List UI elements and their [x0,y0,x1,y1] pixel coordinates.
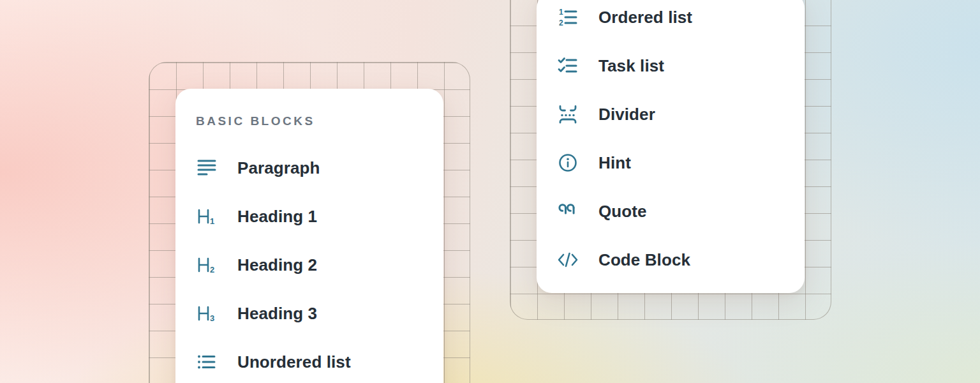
menu-item-heading-2[interactable]: 2 Heading 2 [175,241,443,289]
divider-icon [556,103,579,126]
hint-icon [556,151,579,174]
ordered-list-icon: 12 [556,6,579,29]
quote-icon [556,200,579,223]
blocks-menu-card-continued: 12 Ordered list Task list Divider Hint Q… [537,0,805,293]
menu-item-code-block[interactable]: Code Block [537,236,805,284]
menu-item-ordered-list[interactable]: 12 Ordered list [537,0,805,41]
unordered-list-icon [195,350,218,373]
code-block-icon [556,248,579,271]
basic-blocks-menu-card: BASIC BLOCKS Paragraph 1 Heading 1 2 Hea… [175,89,443,383]
section-title-basic-blocks: BASIC BLOCKS [196,113,443,130]
menu-item-task-list[interactable]: Task list [537,41,805,90]
menu-item-label: Quote [598,202,647,222]
svg-text:1: 1 [559,8,563,17]
menu-item-paragraph[interactable]: Paragraph [175,144,443,192]
menu-item-heading-1[interactable]: 1 Heading 1 [175,192,443,241]
menu-item-label: Code Block [598,250,690,270]
menu-item-label: Heading 3 [237,304,317,324]
svg-text:2: 2 [559,19,563,27]
menu-item-heading-3[interactable]: 3 Heading 3 [175,289,443,338]
menu-item-label: Heading 1 [237,207,317,227]
paragraph-icon [195,156,218,179]
heading-1-icon: 1 [195,205,218,228]
menu-item-label: Task list [598,56,664,76]
heading-2-icon: 2 [195,253,218,276]
menu-item-label: Hint [598,153,631,173]
menu-item-label: Unordered list [237,352,351,372]
menu-item-quote[interactable]: Quote [537,187,805,236]
svg-text:2: 2 [210,265,214,274]
svg-text:3: 3 [210,313,214,323]
heading-3-icon: 3 [195,302,218,325]
menu-item-hint[interactable]: Hint [537,139,805,187]
menu-item-label: Paragraph [237,158,320,178]
svg-text:1: 1 [210,216,214,226]
task-list-icon [556,54,579,77]
menu-item-unordered-list[interactable]: Unordered list [175,338,443,383]
menu-item-label: Divider [598,105,655,124]
menu-item-label: Heading 2 [237,255,317,275]
menu-item-divider[interactable]: Divider [537,90,805,139]
menu-item-label: Ordered list [598,8,692,27]
